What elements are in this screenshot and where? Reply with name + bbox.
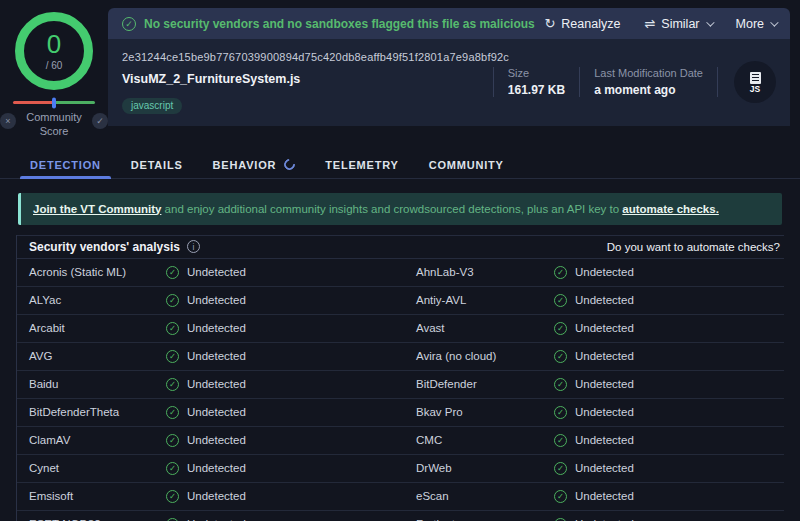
vendor-name[interactable]: Bkav Pro xyxy=(416,406,554,418)
vendor-name[interactable]: ClamAV xyxy=(29,434,166,446)
table-header: Security vendors' analysis i Do you want… xyxy=(17,235,784,259)
vendor-status: ✓ Undetected xyxy=(554,350,784,363)
tab-details[interactable]: DETAILS xyxy=(129,152,185,178)
info-icon[interactable]: i xyxy=(187,240,200,253)
vendor-name[interactable]: AVG xyxy=(29,350,166,362)
vendor-name[interactable]: Acronis (Static ML) xyxy=(29,266,166,278)
vendor-status: ✓ Undetected xyxy=(554,518,784,521)
vendor-status: ✓ Undetected xyxy=(166,322,416,335)
check-circle-icon: ✓ xyxy=(166,490,179,503)
table-row: Baidu ✓ Undetected BitDefender ✓ Undetec… xyxy=(17,371,784,399)
vendor-status: ✓ Undetected xyxy=(166,518,416,521)
table-row: Cynet ✓ Undetected DrWeb ✓ Undetected xyxy=(17,455,784,483)
table-row: ESET-NOD32 ✓ Undetected Fortinet ✓ Undet… xyxy=(17,511,784,521)
reanalyze-button[interactable]: ↻ Reanalyze xyxy=(544,17,620,31)
check-circle-icon: ✓ xyxy=(554,490,567,503)
community-score-slider xyxy=(13,101,95,104)
vendor-status: ✓ Undetected xyxy=(166,350,416,363)
file-name: VisuMZ_2_FurnitureSystem.js xyxy=(122,72,493,86)
check-circle-icon: ✓ xyxy=(554,462,567,475)
vendor-status: ✓ Undetected xyxy=(554,490,784,503)
vendor-status: ✓ Undetected xyxy=(166,490,416,503)
document-icon xyxy=(750,72,761,84)
vendor-status: ✓ Undetected xyxy=(554,294,784,307)
loading-spinner-icon xyxy=(282,157,297,172)
tab-behavior[interactable]: BEHAVIOR xyxy=(211,152,298,178)
size-value: 161.97 KB xyxy=(508,83,565,97)
divider xyxy=(579,67,580,97)
vendor-name[interactable]: Avira (no cloud) xyxy=(416,350,554,362)
vendor-name[interactable]: CMC xyxy=(416,434,554,446)
divider xyxy=(717,67,718,97)
tab-bar: DETECTION DETAILS BEHAVIOR TELEMETRY COM… xyxy=(0,152,800,179)
file-card: ✓ No security vendors and no sandboxes f… xyxy=(108,8,790,139)
join-community-banner: Join the VT Community and enjoy addition… xyxy=(18,193,782,225)
vendor-status: ✓ Undetected xyxy=(166,406,416,419)
divider xyxy=(493,67,494,97)
community-score-label: Community Score xyxy=(22,111,86,139)
similar-icon: ⇌ xyxy=(644,17,655,30)
vote-harmless-icon[interactable]: ✓ xyxy=(92,113,108,129)
check-circle-icon: ✓ xyxy=(554,294,567,307)
check-circle-icon: ✓ xyxy=(166,322,179,335)
check-circle-icon: ✓ xyxy=(166,406,179,419)
vendor-name[interactable]: BitDefenderTheta xyxy=(29,406,166,418)
file-tag-javascript[interactable]: javascript xyxy=(122,98,182,114)
automate-checks-link[interactable]: automate checks. xyxy=(622,203,719,215)
file-hash[interactable]: 2e31244ce15be9b7767039900894d75c420db8ea… xyxy=(122,51,493,63)
vendor-status: ✓ Undetected xyxy=(166,378,416,391)
table-row: Emsisoft ✓ Undetected eScan ✓ Undetected xyxy=(17,483,784,511)
detection-score-ring: 0 / 60 xyxy=(15,12,93,90)
detection-score-total: / 60 xyxy=(46,60,63,71)
last-modification-value: a moment ago xyxy=(594,83,703,97)
check-circle-icon: ✓ xyxy=(166,434,179,447)
vendor-name[interactable]: Cynet xyxy=(29,462,166,474)
vendor-name[interactable]: BitDefender xyxy=(416,378,554,390)
vendor-name[interactable]: Antiy-AVL xyxy=(416,294,554,306)
reanalyze-icon: ↻ xyxy=(544,17,555,30)
check-circle-icon: ✓ xyxy=(166,462,179,475)
tab-community[interactable]: COMMUNITY xyxy=(427,152,506,178)
tab-detection[interactable]: DETECTION xyxy=(28,152,103,178)
vendor-status: ✓ Undetected xyxy=(554,266,784,279)
vendor-name[interactable]: Arcabit xyxy=(29,322,166,334)
check-circle-icon: ✓ xyxy=(166,294,179,307)
check-circle-icon: ✓ xyxy=(554,378,567,391)
top-section: 0 / 60 × Community Score ✓ ✓ No security… xyxy=(0,0,800,139)
vendor-name[interactable]: Emsisoft xyxy=(29,490,166,502)
vendor-name[interactable]: DrWeb xyxy=(416,462,554,474)
vendor-name[interactable]: eScan xyxy=(416,490,554,502)
automate-checks-question-link[interactable]: Do you want to automate checks? xyxy=(607,241,780,253)
vendor-status: ✓ Undetected xyxy=(166,294,416,307)
size-label: Size xyxy=(508,67,565,79)
check-circle-icon: ✓ xyxy=(554,406,567,419)
community-banner-text: and enjoy additional community insights … xyxy=(161,203,622,215)
join-vt-community-link[interactable]: Join the VT Community xyxy=(33,203,161,215)
file-info-panel: 2e31244ce15be9b7767039900894d75c420db8ea… xyxy=(108,39,790,126)
check-circle-icon: ✓ xyxy=(554,434,567,447)
check-circle-icon: ✓ xyxy=(554,266,567,279)
vendor-name[interactable]: ALYac xyxy=(29,294,166,306)
tab-telemetry[interactable]: TELEMETRY xyxy=(323,152,400,178)
vote-malicious-icon[interactable]: × xyxy=(0,113,16,129)
file-size-group: Size 161.97 KB xyxy=(508,67,565,97)
vendor-name[interactable]: Baidu xyxy=(29,378,166,390)
vendor-status: ✓ Undetected xyxy=(166,462,416,475)
table-row: AVG ✓ Undetected Avira (no cloud) ✓ Unde… xyxy=(17,343,784,371)
last-modification-group: Last Modification Date a moment ago xyxy=(594,67,703,97)
security-vendors-table: Security vendors' analysis i Do you want… xyxy=(16,235,784,521)
chevron-down-icon xyxy=(770,18,778,26)
vendor-name[interactable]: AhnLab-V3 xyxy=(416,266,554,278)
vendor-name[interactable]: Avast xyxy=(416,322,554,334)
vendor-status: ✓ Undetected xyxy=(166,266,416,279)
verdict-banner: ✓ No security vendors and no sandboxes f… xyxy=(108,8,790,39)
check-circle-icon: ✓ xyxy=(166,350,179,363)
filetype-js-icon: JS xyxy=(734,61,776,103)
table-row: BitDefenderTheta ✓ Undetected Bkav Pro ✓… xyxy=(17,399,784,427)
vendor-rows: Acronis (Static ML) ✓ Undetected AhnLab-… xyxy=(17,259,784,521)
check-circle-icon: ✓ xyxy=(166,378,179,391)
similar-button[interactable]: ⇌ Similar xyxy=(644,17,711,31)
vendor-status: ✓ Undetected xyxy=(166,434,416,447)
score-gauge: 0 / 60 × Community Score ✓ xyxy=(0,8,108,139)
more-button[interactable]: More xyxy=(736,17,776,31)
